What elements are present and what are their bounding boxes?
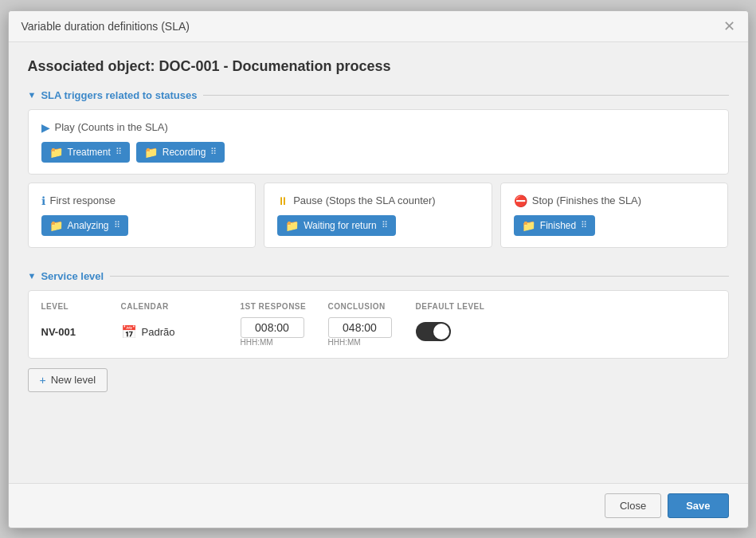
first-response-hhm: HHH:MM — [241, 338, 273, 347]
service-level-label: Service level — [41, 270, 104, 282]
drag-icon: ⠿ — [581, 220, 587, 230]
dialog: Variable duration definitions (SLA) ✕ As… — [8, 10, 749, 528]
first-response-tags: 📁 Analyzing ⠿ — [41, 215, 243, 236]
new-level-button[interactable]: + New level — [28, 368, 108, 392]
pause-card: ⏸ Pause (Stops the SLA counter) 📁 Waitin… — [264, 183, 492, 248]
col-header-level: LEVEL — [41, 302, 121, 311]
calendar-value: 📅 Padrão — [121, 324, 241, 340]
level-value: NV-001 — [41, 326, 121, 338]
drag-icon: ⠿ — [382, 220, 388, 230]
new-level-label: New level — [51, 374, 96, 386]
service-card: LEVEL CALENDAR 1ST RESPONSE CONCLUSION D… — [28, 290, 729, 359]
tag-analyzing[interactable]: 📁 Analyzing ⠿ — [41, 215, 128, 236]
sla-triggers-toggle[interactable]: ▼ — [28, 90, 37, 100]
default-level-col — [416, 322, 511, 341]
associated-object-label: Associated object: — [28, 58, 155, 74]
service-level-section: ▼ Service level LEVEL CALENDAR 1ST RESPO… — [28, 270, 729, 392]
sla-triggers-section: ▼ SLA triggers related to statuses ▶ Pla… — [28, 89, 729, 256]
tag-waiting[interactable]: 📁 Waiting for return ⠿ — [277, 215, 396, 236]
stop-card: ⛔ Stop (Finishes the SLA) 📁 Finished ⠿ — [500, 183, 729, 248]
stop-tags: 📁 Finished ⠿ — [514, 215, 715, 236]
service-toggle[interactable]: ▼ — [28, 271, 37, 281]
drag-icon: ⠿ — [114, 220, 120, 230]
toggle-knob — [433, 324, 449, 340]
col-header-response: 1ST RESPONSE — [241, 302, 328, 311]
sla-triggers-label: SLA triggers related to statuses — [41, 89, 197, 101]
associated-object-value: DOC-001 - Documenation process — [159, 58, 391, 74]
stop-title: ⛔ Stop (Finishes the SLA) — [514, 194, 715, 207]
info-icon: ℹ — [41, 194, 45, 207]
folder-icon: 📁 — [144, 146, 158, 159]
calendar-name: Padrão — [142, 326, 175, 338]
calendar-value-cell: 📅 Padrão — [121, 324, 241, 340]
conclusion-hhm: HHH:MM — [328, 338, 361, 347]
folder-icon: 📁 — [49, 219, 63, 232]
first-response-card: ℹ First response 📁 Analyzing ⠿ — [28, 183, 257, 248]
drag-icon: ⠿ — [116, 147, 122, 157]
play-title-text: Play (Counts in the SLA) — [55, 121, 168, 133]
save-button[interactable]: Save — [668, 493, 728, 518]
dialog-header: Variable duration definitions (SLA) ✕ — [9, 11, 748, 42]
folder-icon: 📁 — [285, 219, 299, 232]
dialog-footer: Close Save — [9, 483, 748, 528]
tag-waiting-label: Waiting for return — [304, 220, 377, 231]
tag-treatment[interactable]: 📁 Treatment ⠿ — [41, 142, 130, 163]
first-response-input[interactable] — [241, 317, 304, 338]
plus-icon: + — [40, 374, 46, 387]
service-level-header: ▼ Service level — [28, 270, 729, 282]
first-response-col: HHH:MM — [241, 317, 328, 347]
conclusion-input[interactable] — [328, 317, 392, 338]
conclusion-col: HHH:MM — [328, 317, 416, 347]
close-icon[interactable]: ✕ — [723, 19, 735, 33]
service-table-row: NV-001 📅 Padrão HHH:MM HHH:MM — [41, 317, 715, 347]
associated-object: Associated object: DOC-001 - Documenatio… — [28, 58, 729, 75]
tag-finished[interactable]: 📁 Finished ⠿ — [514, 215, 595, 236]
pause-tags: 📁 Waiting for return ⠿ — [277, 215, 479, 236]
sub-cards: ℹ First response 📁 Analyzing ⠿ ⏸ — [28, 183, 729, 256]
tag-finished-label: Finished — [540, 220, 576, 231]
folder-icon: 📁 — [49, 146, 63, 159]
sla-triggers-header: ▼ SLA triggers related to statuses — [28, 89, 729, 101]
sla-triggers-divider — [203, 95, 728, 96]
tag-analyzing-label: Analyzing — [68, 220, 109, 231]
first-response-title: ℹ First response — [41, 194, 243, 207]
col-header-calendar: CALENDAR — [121, 302, 241, 311]
play-icon: ▶ — [41, 121, 50, 134]
drag-icon: ⠿ — [210, 147, 217, 157]
calendar-icon: 📅 — [121, 324, 137, 340]
service-divider — [110, 276, 728, 277]
dialog-title: Variable duration definitions (SLA) — [22, 20, 190, 33]
play-tags: 📁 Treatment ⠿ 📁 Recording ⠿ — [41, 142, 715, 163]
pause-icon: ⏸ — [277, 194, 288, 207]
first-response-label: First response — [50, 194, 116, 206]
col-header-conclusion: CONCLUSION — [328, 302, 416, 311]
tag-recording[interactable]: 📁 Recording ⠿ — [136, 142, 225, 163]
pause-label: Pause (Stops the SLA counter) — [293, 194, 436, 206]
stop-label: Stop (Finishes the SLA) — [532, 194, 641, 206]
close-button[interactable]: Close — [605, 493, 661, 518]
service-table-header: LEVEL CALENDAR 1ST RESPONSE CONCLUSION D… — [41, 302, 715, 311]
folder-icon: 📁 — [522, 219, 535, 232]
dialog-body: Associated object: DOC-001 - Documenatio… — [9, 42, 748, 483]
play-card-title: ▶ Play (Counts in the SLA) — [41, 121, 715, 134]
pause-title: ⏸ Pause (Stops the SLA counter) — [277, 194, 479, 207]
col-header-default: DEFAULT LEVEL — [416, 302, 511, 311]
play-card: ▶ Play (Counts in the SLA) 📁 Treatment ⠿… — [28, 109, 729, 175]
tag-recording-label: Recording — [163, 147, 206, 158]
default-level-toggle[interactable] — [416, 322, 451, 341]
level-text: NV-001 — [41, 326, 76, 338]
stop-icon: ⛔ — [514, 194, 527, 207]
tag-treatment-label: Treatment — [68, 147, 111, 158]
